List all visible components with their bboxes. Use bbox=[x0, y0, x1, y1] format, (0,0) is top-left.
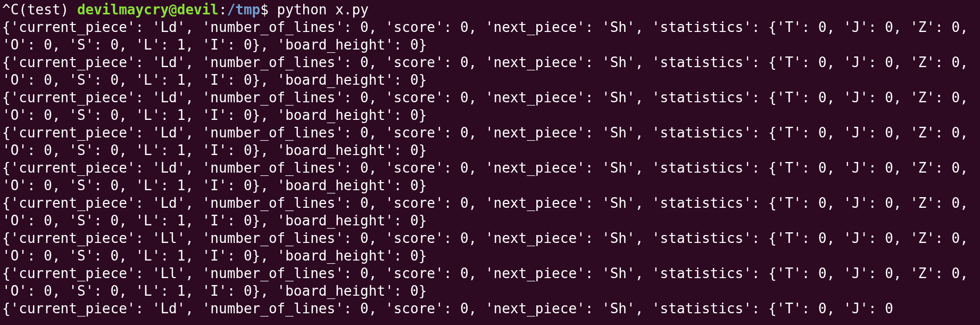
command-text: python x.py bbox=[277, 2, 369, 18]
stdout-line: {'current_piece': 'Ld', 'number_of_lines… bbox=[2, 54, 976, 88]
user-host: devilmaycry@devil bbox=[77, 2, 219, 18]
prompt-sep: : bbox=[219, 2, 227, 18]
stdout-line: {'current_piece': 'Ld', 'number_of_lines… bbox=[2, 19, 976, 53]
stdout-line: {'current_piece': 'Ld', 'number_of_lines… bbox=[2, 90, 976, 123]
stdout-line: {'current_piece': 'Ll', 'number_of_lines… bbox=[2, 265, 976, 299]
interrupt-signal: ^C bbox=[2, 2, 19, 18]
venv-name: (test) bbox=[19, 2, 77, 18]
terminal-output[interactable]: ^C(test) devilmaycry@devil:/tmp$ python … bbox=[0, 0, 980, 319]
stdout-line: {'current_piece': 'Ld', 'number_of_lines… bbox=[2, 125, 976, 158]
cwd-path: /tmp bbox=[227, 2, 261, 18]
stdout-line: {'current_piece': 'Ld', 'number_of_lines… bbox=[2, 300, 893, 316]
stdout-line: {'current_piece': 'Ll', 'number_of_lines… bbox=[2, 230, 976, 264]
stdout-line: {'current_piece': 'Ld', 'number_of_lines… bbox=[2, 195, 976, 229]
stdout-line: {'current_piece': 'Ld', 'number_of_lines… bbox=[2, 160, 976, 193]
prompt-dollar: $ bbox=[260, 2, 277, 18]
